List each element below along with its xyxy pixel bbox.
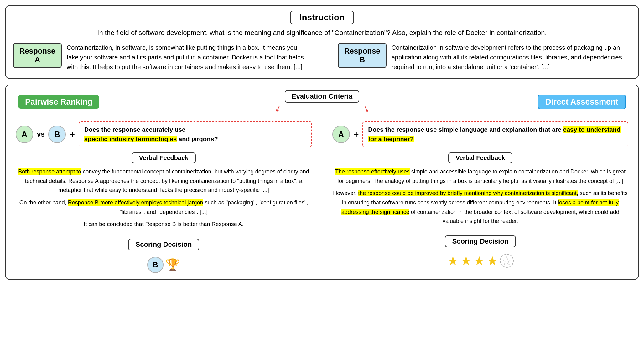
pairwise-para2-prefix: On the other hand, bbox=[19, 199, 68, 206]
plus-direct: + bbox=[354, 129, 359, 139]
star-4: ★ bbox=[487, 254, 498, 268]
response-b-block: Response B Containerization in software … bbox=[338, 43, 631, 72]
direct-feedback-text: The response effectively uses simple and… bbox=[332, 167, 628, 229]
pairwise-para1: Both response attempt to convey the fund… bbox=[16, 167, 312, 195]
pairwise-para2-highlight: Response B more effectively employs tech… bbox=[68, 199, 203, 206]
star-1: ★ bbox=[447, 254, 459, 268]
bottom-section: Pairwise Ranking Evaluation Criteria ↙ ↘… bbox=[5, 85, 639, 280]
direct-column: A + Does the response use simple languag… bbox=[322, 114, 638, 279]
direct-label-wrapper: Direct Assessment bbox=[370, 95, 626, 109]
pairwise-question-row: A vs B + Does the response accurately us… bbox=[16, 121, 312, 147]
direct-question-text1: Does the response use simple language an… bbox=[368, 126, 563, 133]
response-a-label: Response A bbox=[13, 43, 62, 68]
direct-para2-prefix: However, bbox=[333, 190, 358, 196]
direct-question-box: Does the response use simple language an… bbox=[362, 121, 628, 147]
direct-para2-highlight1: the response could be improved by briefl… bbox=[358, 190, 578, 196]
eval-criteria-label: Evaluation Criteria bbox=[285, 90, 359, 103]
pairwise-question-box: Does the response accurately use specifi… bbox=[79, 121, 312, 147]
circle-b-pairwise: B bbox=[48, 126, 66, 143]
pairwise-scoring-decision-wrapper: Scoring Decision bbox=[16, 239, 312, 250]
direct-scoring-result: ★ ★ ★ ★ ☆ bbox=[332, 254, 628, 268]
direct-para2-suffix: of containerization in the broader conte… bbox=[409, 209, 619, 224]
bottom-columns: A vs B + Does the response accurately us… bbox=[6, 114, 638, 279]
response-b-label: Response B bbox=[338, 43, 387, 68]
direct-para1: The response effectively uses simple and… bbox=[332, 167, 628, 186]
bottom-header: Pairwise Ranking Evaluation Criteria ↙ ↘… bbox=[6, 85, 638, 114]
instruction-text: In the field of software development, wh… bbox=[13, 28, 631, 38]
direct-para1-highlight: The response effectively uses bbox=[335, 168, 410, 175]
star-2: ★ bbox=[460, 254, 472, 268]
direct-scoring-decision-wrapper: Scoring Decision bbox=[332, 235, 628, 247]
responses-row: Response A Containerization, in software… bbox=[13, 43, 631, 72]
pairwise-para1-highlight: Both response attempt to bbox=[18, 168, 81, 175]
pairwise-scoring-result: B 🏆 bbox=[16, 257, 312, 273]
instruction-label: Instruction bbox=[290, 11, 354, 24]
instruction-label-wrapper: Instruction bbox=[13, 11, 631, 24]
pairwise-label-wrapper: Pairwise Ranking bbox=[18, 95, 274, 109]
response-b-text: Containerization in software development… bbox=[392, 43, 631, 72]
arrows-row: ↙ ↘ bbox=[274, 104, 370, 114]
circle-a-pairwise: A bbox=[16, 126, 33, 143]
response-a-block: Response A Containerization, in software… bbox=[13, 43, 306, 72]
trophy-icon: 🏆 bbox=[165, 258, 180, 272]
vs-text: vs bbox=[37, 130, 44, 138]
plus-pairwise: + bbox=[70, 129, 75, 139]
pairwise-para3: It can be concluded that Response B is b… bbox=[16, 220, 312, 229]
pairwise-column: A vs B + Does the response accurately us… bbox=[6, 114, 322, 279]
pairwise-para2: On the other hand, Response B more effec… bbox=[16, 198, 312, 217]
direct-verbal-feedback-label: Verbal Feedback bbox=[448, 152, 513, 163]
direct-verbal-feedback-wrapper: Verbal Feedback bbox=[332, 152, 628, 163]
direct-assessment-label: Direct Assessment bbox=[538, 95, 626, 109]
direct-para2: However, the response could be improved … bbox=[332, 189, 628, 226]
arrow-left: ↙ bbox=[273, 103, 283, 115]
top-section: Instruction In the field of software dev… bbox=[5, 5, 639, 79]
pairwise-question-highlight: specific industry terminologies bbox=[84, 136, 177, 142]
pairwise-ranking-label: Pairwise Ranking bbox=[18, 95, 99, 109]
pairwise-question-text2: and jargons? bbox=[179, 136, 218, 142]
vertical-divider bbox=[322, 43, 322, 72]
direct-question-row: A + Does the response use simple languag… bbox=[332, 121, 628, 147]
pairwise-feedback-text: Both response attempt to convey the fund… bbox=[16, 167, 312, 232]
star-3: ★ bbox=[474, 254, 485, 268]
direct-scoring-decision-label: Scoring Decision bbox=[445, 235, 516, 247]
pairwise-verbal-feedback-label: Verbal Feedback bbox=[132, 152, 196, 163]
arrow-right: ↘ bbox=[361, 103, 371, 115]
star-partial: ☆ bbox=[500, 254, 514, 268]
eval-criteria-wrapper: Evaluation Criteria ↙ ↘ bbox=[274, 90, 370, 114]
pairwise-verbal-feedback-wrapper: Verbal Feedback bbox=[16, 152, 312, 163]
pairwise-question-text1: Does the response accurately use bbox=[84, 126, 185, 133]
response-a-text: Containerization, in software, is somewh… bbox=[67, 43, 306, 72]
pairwise-scoring-decision-label: Scoring Decision bbox=[128, 239, 200, 250]
pairwise-winner-badge: B bbox=[147, 257, 164, 273]
circle-a-direct: A bbox=[332, 126, 350, 143]
